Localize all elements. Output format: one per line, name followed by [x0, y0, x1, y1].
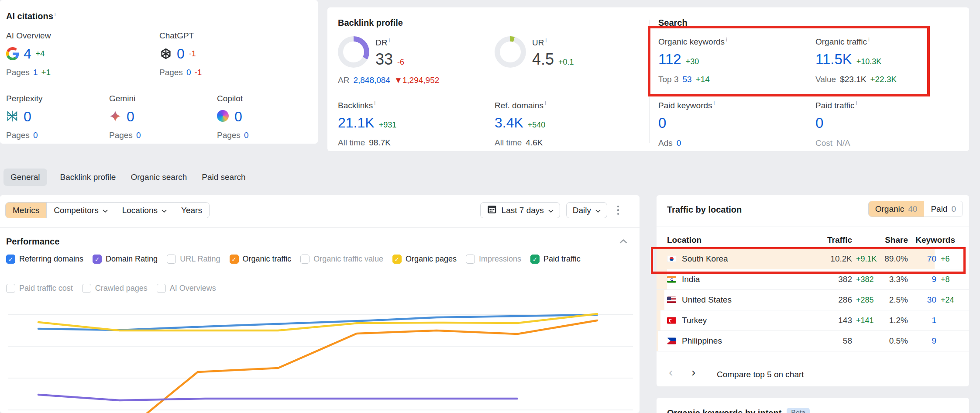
unchecked-checkbox-icon[interactable] — [82, 284, 91, 293]
dr-value[interactable]: 33 — [375, 50, 393, 69]
toggle-paid[interactable]: Paid0 — [924, 201, 963, 217]
ai-overview-pages-value[interactable]: 1 — [33, 68, 38, 77]
checked-checkbox-icon[interactable]: ✓ — [392, 255, 402, 264]
location-row-philippines[interactable]: Philippines580.5%9 — [657, 331, 969, 351]
tab-paid-search[interactable]: Paid search — [200, 169, 247, 186]
chart-settings-group: MetricsCompetitorsLocationsYears — [5, 202, 210, 218]
metric-url-rating[interactable]: URL Rating — [167, 255, 220, 264]
paid-keywords-value[interactable]: 0 — [658, 115, 666, 131]
perplexity-citations-value[interactable]: 0 — [24, 109, 31, 125]
metric-domain-rating[interactable]: ✓Domain Rating — [93, 255, 158, 264]
metric-paid-traffic[interactable]: ✓Paid traffic — [530, 255, 581, 264]
metric-paid-traffic-cost[interactable]: Paid traffic cost — [6, 284, 73, 293]
organic-traffic-value[interactable]: 11.5K — [815, 51, 852, 68]
segment-metrics[interactable]: Metrics — [6, 203, 46, 218]
info-icon[interactable]: i — [545, 37, 547, 44]
segment-competitors[interactable]: Competitors — [46, 203, 114, 218]
chatgpt-citations-value[interactable]: 0 — [177, 46, 185, 62]
collapse-chevron-up-icon[interactable] — [619, 238, 627, 245]
gemini-citations-value[interactable]: 0 — [127, 109, 134, 125]
top3-value[interactable]: 53 — [682, 75, 691, 84]
info-icon[interactable]: i — [389, 37, 390, 44]
section-divider — [649, 20, 650, 143]
backlinks-value[interactable]: 21.1K — [338, 115, 375, 131]
search-title: Search — [658, 18, 688, 28]
ar-value[interactable]: 2,848,084 — [353, 76, 390, 85]
dr-stat: DRi 33-6 — [338, 36, 404, 69]
metric-referring-domains[interactable]: ✓Referring domains — [6, 255, 83, 264]
ref-domains-value[interactable]: 3.4K — [495, 115, 523, 131]
gemini-icon — [109, 110, 122, 123]
location-name: Turkey — [682, 316, 707, 325]
prev-page-icon[interactable]: ‹ — [669, 365, 673, 379]
unchecked-checkbox-icon[interactable] — [167, 255, 176, 264]
segment-locations[interactable]: Locations — [115, 203, 174, 218]
location-row-india[interactable]: India3823.3%9+382+8 — [657, 269, 969, 290]
gemini-pages-value[interactable]: 0 — [136, 131, 141, 140]
info-icon[interactable]: i — [714, 100, 715, 107]
metric-impressions[interactable]: Impressions — [466, 255, 521, 264]
keywords-value[interactable]: 30 — [927, 295, 936, 305]
checked-checkbox-icon[interactable]: ✓ — [230, 255, 239, 264]
checked-checkbox-icon[interactable]: ✓ — [530, 255, 540, 264]
checked-checkbox-icon[interactable]: ✓ — [6, 255, 15, 264]
copilot-pages-value[interactable]: 0 — [244, 131, 249, 140]
next-page-icon[interactable]: › — [691, 365, 695, 379]
location-row-south-korea[interactable]: South Korea10.2K89.0%70+9.1K+6 — [657, 249, 969, 269]
keywords-value[interactable]: 9 — [932, 336, 936, 346]
paid-traffic-value[interactable]: 0 — [815, 115, 823, 131]
unchecked-checkbox-icon[interactable] — [157, 284, 166, 293]
ref-domains-delta: +540 — [528, 120, 546, 130]
flag-turkey-icon — [667, 317, 676, 324]
share-bar — [657, 290, 664, 310]
keywords-value[interactable]: 1 — [932, 316, 936, 325]
metric-label: Organic traffic value — [313, 255, 383, 264]
segment-years[interactable]: Years — [174, 203, 209, 218]
info-icon[interactable]: i — [545, 100, 546, 107]
compare-top5-link[interactable]: Compare top 5 on chart — [717, 370, 804, 379]
keywords-value[interactable]: 9 — [932, 275, 936, 284]
share-value: 2.5% — [889, 295, 908, 305]
metric-label: Crawled pages — [95, 284, 148, 293]
ai-overview-pages-row: Pages1+1 — [6, 68, 107, 77]
date-range-button[interactable]: Last 7 days — [480, 202, 560, 218]
checked-checkbox-icon[interactable]: ✓ — [93, 255, 102, 264]
info-icon[interactable]: i — [726, 36, 727, 43]
metric-ai-overviews[interactable]: AI Overviews — [157, 284, 216, 293]
unchecked-checkbox-icon[interactable] — [6, 284, 15, 293]
organic-keywords-value[interactable]: 112 — [658, 51, 681, 68]
metric-organic-pages[interactable]: ✓Organic pages — [392, 255, 457, 264]
keywords-value[interactable]: 70 — [927, 254, 936, 264]
location-row-united-states[interactable]: United States2862.5%30+285+24 — [657, 290, 969, 310]
location-row-turkey[interactable]: Turkey1431.2%1+141 — [657, 310, 969, 331]
info-icon[interactable]: i — [374, 100, 375, 107]
copilot-citations-value[interactable]: 0 — [234, 109, 242, 125]
metric-organic-traffic[interactable]: ✓Organic traffic — [230, 255, 292, 264]
flag-united-states-icon — [667, 297, 676, 303]
ur-value[interactable]: 4.5 — [532, 50, 554, 69]
tab-backlink-profile[interactable]: Backlink profile — [58, 169, 118, 186]
toggle-count: 0 — [951, 204, 956, 214]
toggle-label: Paid — [931, 204, 947, 214]
share-bar — [657, 310, 660, 330]
more-options-button[interactable] — [613, 204, 623, 217]
ads-value[interactable]: 0 — [677, 138, 681, 148]
ai-overview-citations-value[interactable]: 4 — [24, 46, 31, 62]
granularity-button[interactable]: Daily — [566, 202, 607, 218]
info-icon[interactable]: i — [55, 10, 56, 17]
backlinks-delta: +931 — [379, 120, 397, 130]
chatgpt-pages-value[interactable]: 0 — [186, 68, 191, 77]
info-icon[interactable]: i — [856, 100, 857, 107]
tab-organic-search[interactable]: Organic search — [129, 169, 189, 186]
tab-general[interactable]: General — [3, 169, 47, 186]
perplexity-pages-value[interactable]: 0 — [33, 131, 38, 140]
metric-organic-traffic-value[interactable]: Organic traffic value — [300, 255, 383, 264]
info-icon[interactable]: i — [868, 36, 870, 43]
metric-crawled-pages[interactable]: Crawled pages — [82, 284, 148, 293]
copilot-pages-row: Pages0 — [217, 131, 317, 140]
unchecked-checkbox-icon[interactable] — [300, 255, 309, 264]
metric-label: Referring domains — [19, 255, 83, 264]
toggle-organic[interactable]: Organic40 — [869, 201, 924, 217]
unchecked-checkbox-icon[interactable] — [466, 255, 475, 264]
gemini-label: Gemini — [109, 94, 210, 103]
